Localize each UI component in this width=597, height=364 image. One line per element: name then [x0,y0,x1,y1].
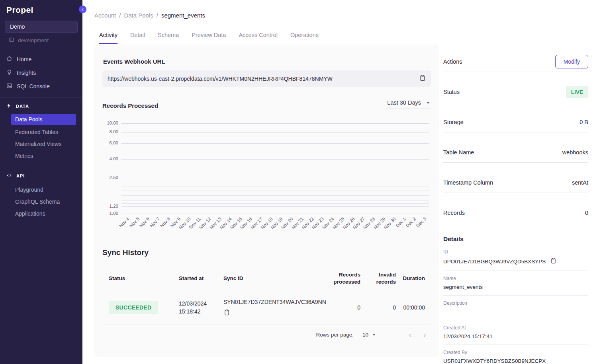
sync-id-value: SYN01JE7D37ZDENT34WAJVC36A9NN [223,298,316,306]
sidebar-item-sql-console[interactable]: SQL Console [0,80,82,93]
x-axis-tick-label: Dec 1 [395,216,407,228]
sidebar-item-label: Insights [17,70,36,76]
section-label: DATA [16,104,29,109]
sidebar-item-playground[interactable]: Playground [0,184,82,196]
sidebar-collapse-button[interactable]: ‹ [79,6,86,13]
gridline: 10.00 [121,123,429,124]
gridline: 2.50 [121,178,429,178]
tab-detail[interactable]: Detail [130,32,145,44]
duration-cell: 00:00:00 [396,304,425,311]
y-axis-tick-label: 4.00 [110,156,118,161]
details-section: Details ID DPO01JE7D1BGBQ3WJ9VZQD5BXSYPS… [443,233,588,364]
column-header-records-processed: Records processed [316,271,360,286]
workspace-selector[interactable]: Demo [5,21,78,33]
section-label: API [16,173,25,178]
sync-history-title: Sync History [102,248,431,257]
insights-icon [6,69,12,76]
y-axis-tick-label: 1.20 [110,204,118,208]
detail-created-by: Created By USR01FXWXD7Y6RDYSBZS0B9NJECPX [443,350,588,364]
clipboard-icon [223,311,230,317]
minor-gridline [121,203,429,204]
detail-id-value: DPO01JE7D1BGBQ3WJ9VZQD5BXSYPS [443,259,546,265]
environment-selector[interactable]: development [0,33,82,50]
column-header-invalid-records: Invalid records [360,271,396,286]
rows-per-page-label: Rows per page: [316,332,354,338]
next-page-button[interactable]: › [420,331,429,339]
app-logo: Propel [0,0,82,15]
sidebar-item-graphql-schema[interactable]: GraphQL Schema [0,196,82,208]
sidebar-item-insights[interactable]: Insights [0,66,82,80]
tab-preview-data[interactable]: Preview Data [192,32,226,44]
y-axis-tick-label: 1.00 [110,211,118,216]
timestamp-column-value: sentAt [572,179,588,186]
sidebar-item-data-pools[interactable]: Data Pools [11,114,76,125]
tab-operations[interactable]: Operations [290,32,319,44]
sidebar: Propel ‹ Demo development Home Insights … [0,0,82,364]
breadcrumb-current: segment_events [161,12,205,19]
webhook-url-value: https://webhooks.us-east-2.propeldata.co… [108,76,419,82]
x-axis-tick-label: Nov 7 [149,216,161,228]
rows-per-page-select[interactable]: 10 [362,332,376,338]
sidebar-item-label: Home [17,56,31,62]
info-panel: Actions Modify Status LIVE Storage 0 B T… [443,52,588,364]
detail-name-value: segment_events [443,284,483,290]
sidebar-item-label: Data Pools [15,116,42,123]
sidebar-item-materialized-views[interactable]: Materialized Views [0,138,82,150]
y-axis-tick-label: 6.00 [110,140,118,145]
sidebar-item-federated-tables[interactable]: Federated Tables [0,126,82,138]
x-axis-tick-label: Dec 3 [415,216,427,228]
tab-schema[interactable]: Schema [158,32,179,44]
gridline: 6.00 [121,143,429,144]
started-date: 12/03/2024 [179,300,223,308]
chevron-down-icon [427,102,430,104]
records-row: Records 0 [443,203,588,223]
x-axis-tick-label: Dec 2 [405,216,417,228]
tab-activity[interactable]: Activity [99,32,117,44]
breadcrumb-data-pools[interactable]: Data Pools [124,12,153,19]
sidebar-item-label: Materialized Views [15,141,61,147]
environment-name: development [18,37,49,43]
tab-bar: Activity Detail Schema Preview Data Acce… [94,32,439,44]
sidebar-item-home[interactable]: Home [0,53,82,66]
breadcrumb-separator: / [157,12,158,19]
detail-id: ID DPO01JE7D1BGBQ3WJ9VZQD5BXSYPS [443,249,588,271]
sidebar-item-label: SQL Console [17,83,50,90]
table-row: SUCCEEDED 12/03/2024 15:18:42 SYN01JE7D3… [102,291,431,325]
breadcrumb-account[interactable]: Account [94,12,116,19]
y-axis-tick-label: 8.00 [110,129,118,134]
records-value: 0 [585,210,588,216]
webhook-url-field[interactable]: https://webhooks.us-east-2.propeldata.co… [102,70,431,87]
column-header-status: Status [109,275,179,282]
copy-webhook-url-button[interactable] [419,74,426,83]
copy-id-button[interactable] [550,257,557,265]
clipboard-icon [550,257,557,265]
breadcrumb: Account / Data Pools / segment_events [94,0,439,19]
column-header-duration: Duration [396,275,425,282]
records-processed-title: Records Processed [102,102,158,109]
detail-label: Created At [443,325,588,331]
modify-button[interactable]: Modify [555,55,588,68]
storage-label: Storage [443,119,464,125]
detail-name: Name segment_events [443,276,588,296]
detail-created-at-value: 12/03/2024 15:17:41 [443,333,493,339]
copy-sync-id-button[interactable] [223,309,230,317]
detail-created-at: Created At 12/03/2024 15:17:41 [443,325,588,345]
date-range-select[interactable]: Last 30 Days [386,99,431,109]
actions-row: Actions Modify [443,52,588,72]
date-range-value: Last 30 Days [387,99,421,106]
data-section-items: Data Pools Federated Tables Materialized… [0,114,82,162]
detail-label: Created By [443,350,588,355]
minor-gridline [121,200,429,201]
y-axis-tick-label: 2.50 [110,175,118,180]
status-label: Status [443,89,460,95]
api-section-header: API [0,167,82,182]
sidebar-item-metrics[interactable]: Metrics [0,150,82,162]
tab-access-control[interactable]: Access Control [239,32,278,44]
sidebar-item-applications[interactable]: Applications [0,208,82,220]
previous-page-button[interactable]: ‹ [406,331,415,339]
x-axis-tick-label: Nov 5 [128,216,140,228]
minor-gridline [121,191,429,191]
invalid-records-cell: 0 [360,304,396,311]
table-name-label: Table Name [443,149,474,156]
table-pagination: Rows per page: 10 ‹ › [102,325,431,343]
